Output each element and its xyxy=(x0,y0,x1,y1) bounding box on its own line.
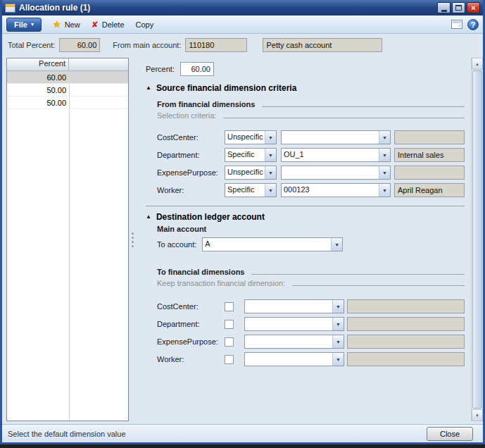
chevron-down-icon[interactable]: ▼ xyxy=(265,166,276,179)
allocation-rule-window: Allocation rule (1) × File ▾ ★ New ✘ Del… xyxy=(0,0,485,444)
department-mode-select[interactable]: Specific ▼ xyxy=(225,148,277,162)
percent-label: Percent: xyxy=(146,65,175,73)
window-title: Allocation rule (1) xyxy=(19,3,434,13)
heading-rule xyxy=(292,278,465,286)
main-account-heading: Main account xyxy=(157,225,465,233)
expensepurpose-destination-combo[interactable]: ▼ xyxy=(244,335,344,349)
expensepurpose-destination-name-field xyxy=(347,335,465,349)
chevron-down-icon[interactable]: ▼ xyxy=(379,149,390,161)
department-checkbox[interactable] xyxy=(225,320,234,329)
new-button[interactable]: ★ New xyxy=(53,20,80,29)
scroll-up-button[interactable]: ▲ xyxy=(472,58,483,70)
grid-row-selected[interactable]: 60.00 xyxy=(7,71,128,84)
department-destination-name-field xyxy=(347,317,465,331)
scrollbar-thumb[interactable] xyxy=(472,70,482,409)
expensepurpose-value-combo[interactable]: ▼ xyxy=(281,166,391,180)
destination-section-header[interactable]: ▲ Destination ledger account xyxy=(146,212,465,222)
new-star-icon: ★ xyxy=(53,20,61,29)
chevron-down-icon[interactable]: ▼ xyxy=(379,166,390,179)
chevron-down-icon[interactable]: ▼ xyxy=(265,149,276,161)
copy-button-label: Copy xyxy=(136,20,154,29)
maximize-button[interactable] xyxy=(452,2,465,13)
chevron-down-icon[interactable]: ▼ xyxy=(379,131,390,144)
combo-value xyxy=(282,166,379,179)
main-account-name-field: Petty cash account xyxy=(263,38,382,52)
combo-value: A xyxy=(203,238,331,251)
combo-value xyxy=(282,131,379,144)
layout-icon[interactable] xyxy=(451,20,462,29)
splitter-grip-icon xyxy=(132,232,134,247)
chevron-down-icon[interactable]: ▼ xyxy=(332,353,344,366)
combo-value: Specific xyxy=(225,149,265,161)
chevron-down-icon[interactable]: ▼ xyxy=(332,300,344,313)
delete-button[interactable]: ✘ Delete xyxy=(92,20,125,29)
keep-transaction-label: Keep transaction financial dimension: xyxy=(157,279,285,287)
panel-splitter[interactable] xyxy=(129,58,136,421)
copy-button[interactable]: Copy xyxy=(136,20,154,29)
worker-checkbox[interactable] xyxy=(225,355,234,364)
selection-criteria-row: Selection criteria: xyxy=(157,111,465,120)
costcenter-mode-select[interactable]: Unspecific ▼ xyxy=(225,130,277,144)
costcenter-label: CostCenter: xyxy=(157,133,225,142)
department-destination-combo[interactable]: ▼ xyxy=(244,317,344,331)
dropdown-arrow-glyph: ▼ xyxy=(382,170,387,175)
percent-input[interactable]: 60.00 xyxy=(180,62,214,76)
title-bar: Allocation rule (1) × xyxy=(2,0,483,15)
chevron-down-icon[interactable]: ▼ xyxy=(332,335,344,348)
grid-row[interactable]: 50.00 xyxy=(7,97,128,109)
costcenter-value-combo[interactable]: ▼ xyxy=(281,130,391,144)
dropdown-arrow-glyph: ▼ xyxy=(382,153,387,158)
source-section-header[interactable]: ▲ Source financial dimension criteria xyxy=(146,83,465,93)
chevron-down-icon: ▾ xyxy=(31,22,34,27)
scroll-down-icon: ▼ xyxy=(475,413,479,418)
scroll-up-icon: ▲ xyxy=(475,62,479,66)
file-menu-label: File xyxy=(14,20,27,29)
dropdown-arrow-glyph: ▼ xyxy=(336,304,341,309)
grid-row[interactable]: 50.00 xyxy=(7,84,128,97)
destination-section: ▲ Destination ledger account Main accoun… xyxy=(146,212,465,366)
heading-rule xyxy=(251,267,465,275)
to-account-row: To account: A ▼ xyxy=(157,237,465,251)
window-controls: × xyxy=(437,2,480,13)
from-main-account-field[interactable]: 110180 xyxy=(185,38,247,52)
worker-value-combo[interactable]: 000123 ▼ xyxy=(281,183,391,197)
collapse-triangle-icon: ▲ xyxy=(146,214,151,220)
worker-destination-combo[interactable]: ▼ xyxy=(244,352,344,366)
chevron-down-icon[interactable]: ▼ xyxy=(379,184,390,197)
combo-value: Unspecific xyxy=(225,166,265,179)
department-destination-row: Department: ▼ xyxy=(157,317,465,331)
file-menu-button[interactable]: File ▾ xyxy=(6,18,42,32)
heading-rule xyxy=(223,111,465,118)
percent-column-header[interactable]: Percent xyxy=(7,58,69,70)
from-main-account-label: From main account: xyxy=(113,41,181,49)
toolbar: File ▾ ★ New ✘ Delete Copy ? xyxy=(2,15,483,34)
total-percent-field: 60.00 xyxy=(59,38,100,52)
keep-transaction-row: Keep transaction financial dimension: xyxy=(157,278,465,287)
close-button[interactable]: Close xyxy=(427,427,473,441)
chevron-down-icon[interactable]: ▼ xyxy=(265,184,276,197)
dropdown-arrow-glyph: ▼ xyxy=(382,188,387,193)
chevron-down-icon[interactable]: ▼ xyxy=(331,238,342,251)
expensepurpose-checkbox[interactable] xyxy=(225,337,234,347)
chevron-down-icon[interactable]: ▼ xyxy=(332,318,344,330)
dropdown-arrow-glyph: ▼ xyxy=(336,340,341,344)
vertical-scrollbar[interactable]: ▲ ▼ xyxy=(471,58,483,421)
expensepurpose-mode-select[interactable]: Unspecific ▼ xyxy=(225,166,277,180)
close-icon: × xyxy=(471,4,475,12)
delete-x-icon: ✘ xyxy=(92,20,99,29)
close-window-button[interactable]: × xyxy=(467,2,480,13)
app-icon xyxy=(5,4,15,13)
chevron-down-icon[interactable]: ▼ xyxy=(265,131,276,144)
department-value-combo[interactable]: OU_1 ▼ xyxy=(281,148,391,162)
status-text: Select the default dimension value xyxy=(8,430,126,438)
costcenter-destination-row: CostCenter: ▼ xyxy=(157,299,465,313)
costcenter-checkbox[interactable] xyxy=(225,302,234,311)
empty-column-header[interactable] xyxy=(69,58,128,70)
scroll-down-button[interactable]: ▼ xyxy=(472,409,483,421)
help-icon[interactable]: ? xyxy=(467,19,479,30)
grid-body: 60.00 50.00 50.00 xyxy=(7,71,128,421)
worker-mode-select[interactable]: Specific ▼ xyxy=(225,183,277,197)
to-account-combo[interactable]: A ▼ xyxy=(202,237,343,251)
costcenter-destination-combo[interactable]: ▼ xyxy=(244,299,344,313)
minimize-button[interactable] xyxy=(437,2,451,13)
